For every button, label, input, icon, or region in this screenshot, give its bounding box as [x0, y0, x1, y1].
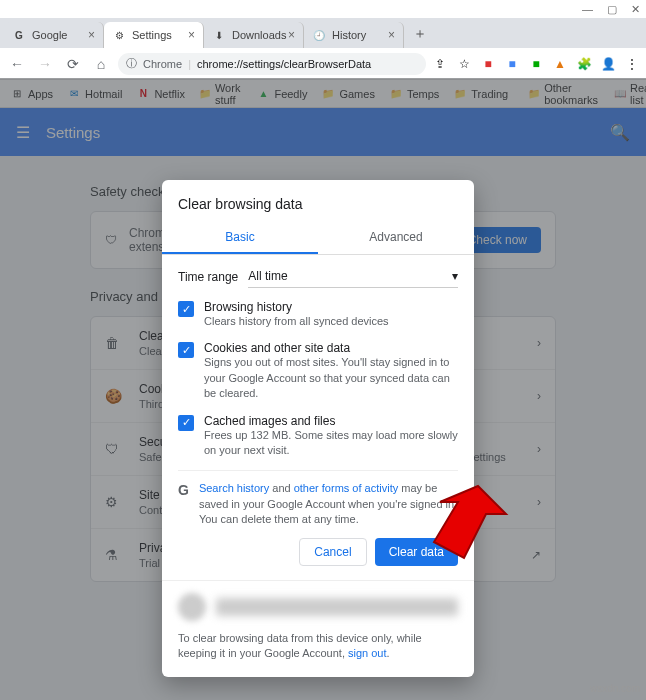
- tab-settings[interactable]: ⚙ Settings ×: [104, 22, 204, 48]
- checkbox-checked-icon[interactable]: ✓: [178, 342, 194, 358]
- avatar: [178, 593, 206, 621]
- tab-basic[interactable]: Basic: [162, 222, 318, 254]
- tab-google[interactable]: G Google ×: [4, 22, 104, 48]
- search-history-link[interactable]: Search history: [199, 482, 269, 494]
- puzzle-icon[interactable]: 🧩: [576, 56, 592, 72]
- time-range-row: Time range All time ▾: [178, 265, 458, 288]
- time-range-select[interactable]: All time ▾: [248, 265, 458, 288]
- tab-label: Google: [32, 29, 67, 41]
- close-icon[interactable]: ×: [388, 28, 395, 42]
- dialog-tabs: Basic Advanced: [162, 222, 474, 255]
- close-icon[interactable]: ×: [288, 28, 295, 42]
- maximize-button[interactable]: ▢: [607, 3, 617, 16]
- extension-icons: ⇪ ☆ ■ ■ ■ ▲ 🧩 👤 ⋮: [432, 56, 640, 72]
- time-range-label: Time range: [178, 270, 238, 284]
- sign-out-link[interactable]: sign out: [348, 647, 387, 659]
- cancel-button[interactable]: Cancel: [299, 538, 366, 566]
- signout-text: To clear browsing data from this device …: [178, 631, 458, 662]
- google-icon: G: [12, 28, 26, 42]
- url-prefix: Chrome: [143, 58, 182, 70]
- ext-icon[interactable]: ■: [504, 56, 520, 72]
- minimize-button[interactable]: —: [582, 3, 593, 15]
- clear-browsing-data-dialog: Clear browsing data Basic Advanced Time …: [162, 180, 474, 677]
- ext-icon[interactable]: ▲: [552, 56, 568, 72]
- reload-button[interactable]: ⟳: [62, 53, 84, 75]
- google-icon: G: [178, 481, 189, 527]
- share-icon[interactable]: ⇪: [432, 56, 448, 72]
- tab-advanced[interactable]: Advanced: [318, 222, 474, 254]
- account-row: [178, 593, 458, 621]
- window-controls: — ▢ ✕: [0, 0, 646, 18]
- checkbox-checked-icon[interactable]: ✓: [178, 415, 194, 431]
- close-window-button[interactable]: ✕: [631, 3, 640, 16]
- info-row: G Search history and other forms of acti…: [178, 470, 458, 527]
- checkbox-checked-icon[interactable]: ✓: [178, 301, 194, 317]
- forward-button[interactable]: →: [34, 53, 56, 75]
- close-icon[interactable]: ×: [88, 28, 95, 42]
- gear-icon: ⚙: [112, 28, 126, 42]
- url-path: chrome://settings/clearBrowserData: [197, 58, 371, 70]
- back-button[interactable]: ←: [6, 53, 28, 75]
- activity-link[interactable]: other forms of activity: [294, 482, 399, 494]
- new-tab-button[interactable]: ＋: [408, 22, 432, 46]
- history-icon: 🕘: [312, 28, 326, 42]
- profile-icon[interactable]: 👤: [600, 56, 616, 72]
- toolbar: ← → ⟳ ⌂ ⓘ Chrome | chrome://settings/cle…: [0, 48, 646, 80]
- lock-icon: ⓘ: [126, 56, 137, 71]
- checkbox-browsing-history[interactable]: ✓ Browsing historyClears history from al…: [178, 300, 458, 329]
- chevron-down-icon: ▾: [452, 269, 458, 283]
- ext-icon[interactable]: ■: [528, 56, 544, 72]
- ext-icon[interactable]: ■: [480, 56, 496, 72]
- url-sep: |: [188, 58, 191, 70]
- watermark: wsxdn.com: [590, 683, 640, 694]
- tab-downloads[interactable]: ⬇ Downloads ×: [204, 22, 304, 48]
- account-name-blurred: [216, 598, 458, 616]
- address-bar[interactable]: ⓘ Chrome | chrome://settings/clearBrowse…: [118, 53, 426, 75]
- home-button[interactable]: ⌂: [90, 53, 112, 75]
- checkbox-cache[interactable]: ✓ Cached images and filesFrees up 132 MB…: [178, 414, 458, 459]
- tab-label: Settings: [132, 29, 172, 41]
- star-icon[interactable]: ☆: [456, 56, 472, 72]
- tab-label: Downloads: [232, 29, 286, 41]
- dialog-title: Clear browsing data: [178, 196, 458, 212]
- checkbox-cookies[interactable]: ✓ Cookies and other site dataSigns you o…: [178, 341, 458, 401]
- tab-strip: G Google × ⚙ Settings × ⬇ Downloads × 🕘 …: [0, 18, 646, 48]
- menu-icon[interactable]: ⋮: [624, 56, 640, 72]
- dialog-buttons: Cancel Clear data: [178, 538, 458, 566]
- tab-label: History: [332, 29, 366, 41]
- tab-history[interactable]: 🕘 History ×: [304, 22, 404, 48]
- clear-data-button[interactable]: Clear data: [375, 538, 458, 566]
- download-icon: ⬇: [212, 28, 226, 42]
- close-icon[interactable]: ×: [188, 28, 195, 42]
